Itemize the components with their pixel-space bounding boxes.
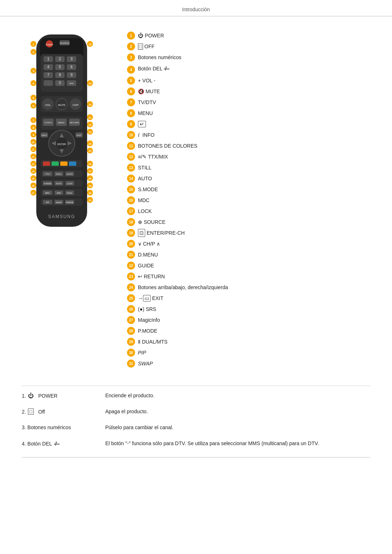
svg-text:AUTO: AUTO xyxy=(67,173,73,175)
item-label: (●) SRS xyxy=(138,306,156,312)
desc-label-2: 2. □ Off xyxy=(22,409,94,415)
item-badge: 31 xyxy=(127,360,135,368)
item-badge: 18 xyxy=(127,218,135,226)
svg-text:PIP: PIP xyxy=(46,201,49,204)
svg-text:20: 20 xyxy=(89,103,91,106)
list-item: 3 Botones numéricos xyxy=(127,53,370,62)
svg-text:RETURN: RETURN xyxy=(70,122,79,124)
item-badge: 10 xyxy=(127,131,135,139)
list-item: 11 BOTONES DE COLORES xyxy=(127,141,370,151)
item-label: AUTO xyxy=(138,175,152,182)
desc-row-2: 2. □ Off Apaga el producto. xyxy=(22,406,370,422)
list-item: 12 ≡/✎ TTX/MIX xyxy=(127,152,370,161)
item-badge: 4 xyxy=(127,66,135,74)
svg-text:5: 5 xyxy=(33,97,34,100)
desc-text-3: Púlselo para cambiar el canal. xyxy=(105,424,370,430)
svg-text:10: 10 xyxy=(32,141,34,144)
svg-text:21: 21 xyxy=(89,116,91,119)
item-label: ≡/✎ TTX/MIX xyxy=(138,153,168,160)
svg-text:PWR: PWR xyxy=(46,43,53,46)
list-item: 16 MDC xyxy=(127,196,370,205)
list-item: 22 GUIDE xyxy=(127,261,370,270)
svg-text:29: 29 xyxy=(89,185,91,187)
svg-text:22: 22 xyxy=(89,124,91,126)
item-badge: 26 xyxy=(127,305,135,313)
item-badge: 21 xyxy=(127,251,135,259)
svg-text:6: 6 xyxy=(70,65,73,69)
list-item: 31 SWAP xyxy=(127,359,370,368)
item-label: TV/DTV xyxy=(138,99,156,106)
list-item: 9 ↵ xyxy=(127,119,370,129)
list-item: 19 ⊡ ENTER/PRE-CH xyxy=(127,228,370,238)
item-badge: 30 xyxy=(127,349,135,357)
svg-text:13: 13 xyxy=(32,163,34,165)
svg-text:1: 1 xyxy=(33,43,34,46)
svg-text:8: 8 xyxy=(59,73,61,77)
item-badge: 5 xyxy=(127,77,135,85)
item-badge: 16 xyxy=(127,196,135,204)
svg-text:12: 12 xyxy=(32,156,34,158)
item-badge: 25 xyxy=(127,294,135,302)
svg-text:SWAP: SWAP xyxy=(56,201,62,204)
svg-text:6: 6 xyxy=(33,104,34,108)
item-badge: 24 xyxy=(127,283,135,291)
item-label: MDC xyxy=(138,197,150,204)
list-item: 14 AUTO xyxy=(127,174,370,183)
svg-text:7: 7 xyxy=(47,73,49,77)
list-item: 2 □ OFF xyxy=(127,42,370,51)
item-badge: 2 xyxy=(127,42,135,50)
svg-text:31: 31 xyxy=(89,199,91,202)
svg-text:15: 15 xyxy=(32,177,34,180)
item-badge: 29 xyxy=(127,338,135,346)
svg-text:17: 17 xyxy=(32,192,34,194)
desc-row-3: 3. Botones numéricos Púlselo para cambia… xyxy=(22,422,370,438)
list-item: 4 Botón DEL -/-- xyxy=(127,65,370,74)
svg-text:MDC: MDC xyxy=(45,192,50,194)
desc-label-4: 4. Botón DEL -/-- xyxy=(22,440,94,447)
list-item: 15 S.MODE xyxy=(127,185,370,194)
item-badge: 22 xyxy=(127,262,135,270)
svg-text:3: 3 xyxy=(33,70,34,73)
item-label: PIP xyxy=(138,349,146,356)
svg-text:28: 28 xyxy=(89,177,91,180)
desc-text-1: Enciende el producto. xyxy=(105,393,370,398)
svg-text:PRE: PRE xyxy=(69,82,74,85)
svg-text:18: 18 xyxy=(89,43,91,46)
svg-text:2: 2 xyxy=(59,57,61,61)
list-item: 26 (●) SRS xyxy=(127,304,370,314)
svg-text:9: 9 xyxy=(33,134,34,137)
list-item: 10 i INFO xyxy=(127,130,370,140)
item-label: →▭ EXIT xyxy=(138,295,163,301)
list-item: 7 TV/DTV xyxy=(127,98,370,107)
item-label: + VOL - xyxy=(138,77,155,84)
desc-text-4: El botón "-" funciona sólo para DTV. Se … xyxy=(105,440,370,446)
item-label: ⏻ POWER xyxy=(138,32,164,39)
item-badge: 6 xyxy=(127,87,135,95)
item-label: ↵ xyxy=(138,121,146,127)
svg-text:16: 16 xyxy=(32,185,34,187)
list-item: 27 MagicInfo xyxy=(127,315,370,325)
svg-text:30: 30 xyxy=(89,192,91,194)
item-label: Botón DEL -/-- xyxy=(138,65,169,72)
svg-text:MUTE: MUTE xyxy=(58,104,65,106)
list-item: 8 MENU xyxy=(127,108,370,118)
svg-text:MENU: MENU xyxy=(58,122,65,124)
svg-text:25: 25 xyxy=(89,150,91,152)
desc-label-3: 3. Botones numéricos xyxy=(22,424,94,430)
item-label: MagicInfo xyxy=(138,317,160,323)
item-label: Botones arriba/abajo, derecha/izquierda xyxy=(138,284,228,291)
item-label: S.MODE xyxy=(138,186,158,193)
item-badge: 20 xyxy=(127,240,135,248)
svg-text:7: 7 xyxy=(33,119,34,122)
svg-text:S.MODE: S.MODE xyxy=(44,182,52,185)
list-item: 30 PIP xyxy=(127,348,370,357)
item-label: ∨ CH/P ∧ xyxy=(138,241,160,247)
svg-text:CH/P: CH/P xyxy=(73,104,79,106)
svg-text:0: 0 xyxy=(59,81,61,85)
item-label: □ OFF xyxy=(138,43,155,50)
bottom-divider xyxy=(22,457,370,457)
svg-text:P.MODE: P.MODE xyxy=(66,201,74,204)
item-label: MENU xyxy=(138,110,153,116)
svg-text:26: 26 xyxy=(89,163,91,165)
svg-text:SRS: SRS xyxy=(57,192,61,194)
